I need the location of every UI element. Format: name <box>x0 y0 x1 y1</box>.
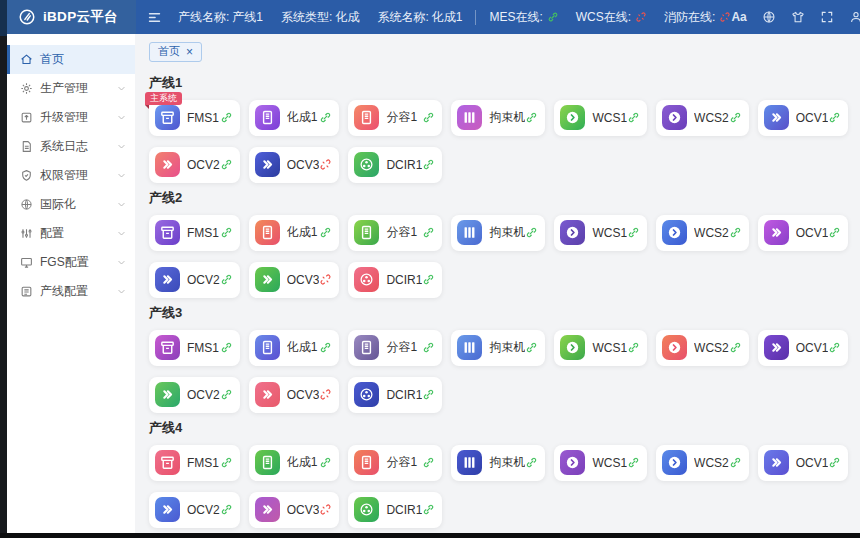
link-icon[interactable] <box>220 388 233 401</box>
broken-link-icon[interactable] <box>319 158 332 171</box>
chevron-down-icon <box>117 287 126 296</box>
app-card-拘束机[interactable]: 拘束机 <box>451 100 545 136</box>
link-icon[interactable] <box>220 503 233 516</box>
link-icon[interactable] <box>525 341 538 354</box>
app-card-FMS1[interactable]: FMS1 <box>149 330 240 366</box>
sidebar-item-log[interactable]: 系统日志 <box>7 132 135 161</box>
link-icon[interactable] <box>525 111 538 124</box>
sidebar-item-line-config[interactable]: 产线配置 <box>7 277 135 306</box>
sidebar-item-config[interactable]: 配置 <box>7 219 135 248</box>
sidebar-item-i18n[interactable]: 国际化 <box>7 190 135 219</box>
link-icon[interactable] <box>422 456 435 469</box>
app-card-WCS2[interactable]: WCS2 <box>656 215 749 251</box>
link-icon[interactable] <box>627 226 640 239</box>
sidebar-item-production[interactable]: 生产管理 <box>7 74 135 103</box>
link-icon[interactable] <box>627 341 640 354</box>
link-icon[interactable] <box>220 341 233 354</box>
link-icon[interactable] <box>627 111 640 124</box>
app-card-分容1[interactable]: 分容1 <box>348 100 442 136</box>
app-card-WCS2[interactable]: WCS2 <box>656 330 749 366</box>
app-card-OCV2[interactable]: OCV2 <box>149 262 240 298</box>
app-card-WCS2[interactable]: WCS2 <box>656 445 749 481</box>
link-icon[interactable] <box>319 341 332 354</box>
link-icon[interactable] <box>828 111 841 124</box>
app-card-OCV2[interactable]: OCV2 <box>149 377 240 413</box>
link-icon[interactable] <box>319 456 332 469</box>
app-card-OCV3[interactable]: OCV3 <box>249 262 340 298</box>
link-icon[interactable] <box>422 273 435 286</box>
app-card-分容1[interactable]: 分容1 <box>348 215 442 251</box>
link-icon[interactable] <box>729 456 742 469</box>
language-globe-icon[interactable] <box>762 10 776 24</box>
app-card-拘束机[interactable]: 拘束机 <box>451 445 545 481</box>
link-icon[interactable] <box>525 456 538 469</box>
link-icon[interactable] <box>220 273 233 286</box>
app-card-OCV3[interactable]: OCV3 <box>249 377 340 413</box>
link-icon[interactable] <box>422 341 435 354</box>
link-icon[interactable] <box>422 158 435 171</box>
app-card-化成1[interactable]: 化成1 <box>249 445 340 481</box>
app-card-WCS1[interactable]: WCS1 <box>554 330 647 366</box>
sidebar-item-home[interactable]: 首页 <box>7 45 135 74</box>
app-card-OCV1[interactable]: OCV1 <box>758 215 849 251</box>
app-card-OCV3[interactable]: OCV3 <box>249 147 340 183</box>
link-icon[interactable] <box>220 158 233 171</box>
app-card-OCV2[interactable]: OCV2 <box>149 147 240 183</box>
sidebar-item-upgrade[interactable]: 升级管理 <box>7 103 135 132</box>
link-icon[interactable] <box>220 111 233 124</box>
tab-home[interactable]: 首页 × <box>149 42 202 62</box>
app-card-WCS2[interactable]: WCS2 <box>656 100 749 136</box>
app-card-DCIR1[interactable]: DCIR1 <box>348 377 442 413</box>
app-card-拘束机[interactable]: 拘束机 <box>451 330 545 366</box>
app-card-分容1[interactable]: 分容1 <box>348 330 442 366</box>
app-card-FMS1[interactable]: 主系统FMS1 <box>149 100 240 136</box>
theme-shirt-icon[interactable] <box>791 10 805 24</box>
broken-link-icon[interactable] <box>319 388 332 401</box>
app-card-拘束机[interactable]: 拘束机 <box>451 215 545 251</box>
app-card-DCIR1[interactable]: DCIR1 <box>348 262 442 298</box>
link-icon[interactable] <box>729 341 742 354</box>
link-icon[interactable] <box>220 456 233 469</box>
app-card-WCS1[interactable]: WCS1 <box>554 445 647 481</box>
tab-close-icon[interactable]: × <box>186 46 193 58</box>
link-icon[interactable] <box>729 226 742 239</box>
link-icon[interactable] <box>422 111 435 124</box>
app-card-化成1[interactable]: 化成1 <box>249 215 340 251</box>
link-icon[interactable] <box>422 226 435 239</box>
link-icon[interactable] <box>525 226 538 239</box>
app-card-OCV1[interactable]: OCV1 <box>758 330 849 366</box>
link-icon[interactable] <box>319 226 332 239</box>
chevron-down-icon <box>117 113 126 122</box>
app-card-OCV3[interactable]: OCV3 <box>249 492 340 528</box>
app-card-化成1[interactable]: 化成1 <box>249 330 340 366</box>
link-icon[interactable] <box>422 388 435 401</box>
app-card-FMS1[interactable]: FMS1 <box>149 215 240 251</box>
fullscreen-icon[interactable] <box>820 10 834 24</box>
app-card-WCS1[interactable]: WCS1 <box>554 100 647 136</box>
sidebar-item-fgs[interactable]: FGS配置 <box>7 248 135 277</box>
sidebar-item-permission[interactable]: 权限管理 <box>7 161 135 190</box>
broken-link-icon[interactable] <box>319 503 332 516</box>
app-card-OCV1[interactable]: OCV1 <box>758 445 849 481</box>
link-icon[interactable] <box>627 456 640 469</box>
app-card-分容1[interactable]: 分容1 <box>348 445 442 481</box>
app-card-化成1[interactable]: 化成1 <box>249 100 340 136</box>
user-icon[interactable] <box>849 10 860 24</box>
app-card-FMS1[interactable]: FMS1 <box>149 445 240 481</box>
link-icon[interactable] <box>729 111 742 124</box>
app-card-OCV2[interactable]: OCV2 <box>149 492 240 528</box>
section-title: 产线2 <box>149 189 844 207</box>
link-icon[interactable] <box>828 226 841 239</box>
broken-link-icon[interactable] <box>319 273 332 286</box>
app-card-WCS1[interactable]: WCS1 <box>554 215 647 251</box>
app-card-DCIR1[interactable]: DCIR1 <box>348 147 442 183</box>
sidebar-collapse-icon[interactable] <box>147 10 162 25</box>
font-size-icon[interactable]: Aa <box>731 10 746 24</box>
link-icon[interactable] <box>828 341 841 354</box>
app-card-DCIR1[interactable]: DCIR1 <box>348 492 442 528</box>
app-card-OCV1[interactable]: OCV1 <box>758 100 849 136</box>
link-icon[interactable] <box>319 111 332 124</box>
link-icon[interactable] <box>828 456 841 469</box>
link-icon[interactable] <box>220 226 233 239</box>
link-icon[interactable] <box>422 503 435 516</box>
